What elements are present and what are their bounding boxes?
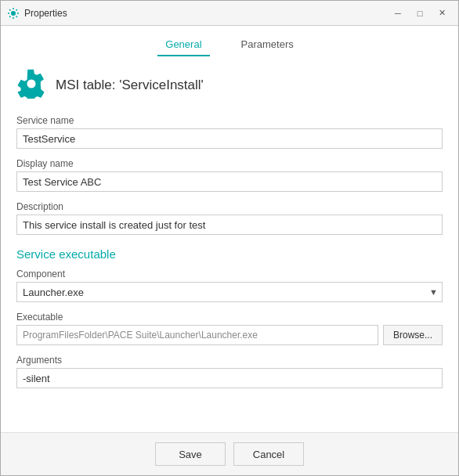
svg-point-0 xyxy=(11,11,16,16)
tab-parameters[interactable]: Parameters xyxy=(233,34,302,56)
display-name-group: Display name xyxy=(16,158,443,192)
description-label: Description xyxy=(16,201,443,212)
save-button[interactable]: Save xyxy=(155,442,226,466)
description-group: Description xyxy=(16,201,443,235)
footer: Save Cancel xyxy=(1,432,458,475)
browse-button[interactable]: Browse... xyxy=(383,325,443,345)
component-select-wrapper: Launcher.exe ▼ xyxy=(16,282,443,302)
component-group: Component Launcher.exe ▼ xyxy=(16,269,443,302)
component-select[interactable]: Launcher.exe xyxy=(16,282,443,302)
tabs-bar: General Parameters xyxy=(1,26,458,56)
executable-row: Browse... xyxy=(16,325,443,345)
service-name-input[interactable] xyxy=(16,128,443,149)
arguments-group: Arguments xyxy=(16,355,443,388)
gear-icon xyxy=(16,69,46,101)
service-name-group: Service name xyxy=(16,115,443,149)
service-name-label: Service name xyxy=(16,115,443,126)
executable-group: Executable Browse... xyxy=(16,312,443,345)
msi-header: MSI table: 'ServiceInstall' xyxy=(16,69,443,101)
window-title: Properties xyxy=(24,8,67,19)
service-executable-title: Service executable xyxy=(16,247,443,261)
executable-label: Executable xyxy=(16,312,443,323)
maximize-button[interactable]: □ xyxy=(410,5,430,21)
executable-input[interactable] xyxy=(16,325,378,345)
display-name-input[interactable] xyxy=(16,171,443,192)
minimize-button[interactable]: ─ xyxy=(388,5,408,21)
properties-window: Properties ─ □ ✕ General Parameters MSI … xyxy=(0,0,459,476)
msi-table-title: MSI table: 'ServiceInstall' xyxy=(56,78,204,93)
display-name-label: Display name xyxy=(16,158,443,169)
description-input[interactable] xyxy=(16,215,443,235)
content-area: MSI table: 'ServiceInstall' Service name… xyxy=(1,56,458,432)
close-button[interactable]: ✕ xyxy=(432,5,452,21)
component-label: Component xyxy=(16,269,443,279)
title-bar-left: Properties xyxy=(7,7,67,20)
cancel-button[interactable]: Cancel xyxy=(233,442,304,466)
tab-general[interactable]: General xyxy=(157,34,209,56)
arguments-label: Arguments xyxy=(16,355,443,366)
arguments-input[interactable] xyxy=(16,368,443,388)
app-icon xyxy=(7,7,20,20)
title-bar: Properties ─ □ ✕ xyxy=(1,1,458,26)
title-bar-controls: ─ □ ✕ xyxy=(388,5,452,21)
